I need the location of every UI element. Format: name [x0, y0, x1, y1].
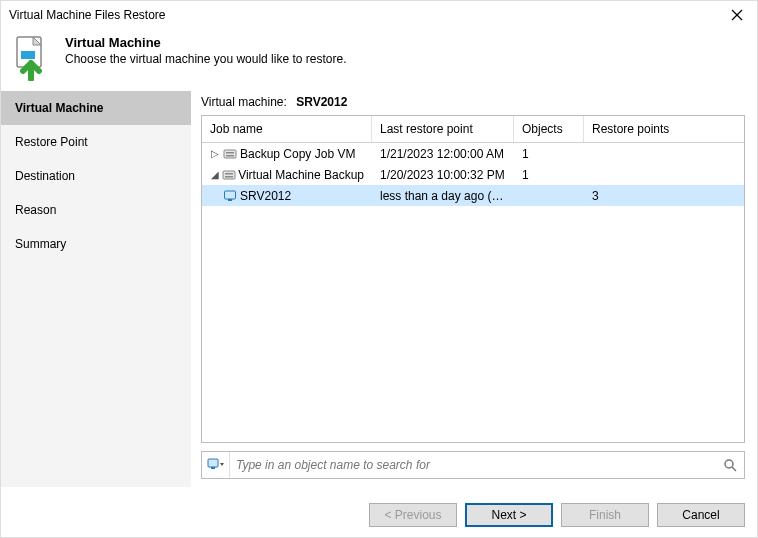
table-header: Job name Last restore point Objects Rest… [202, 116, 744, 143]
tree-toggle-expanded-icon[interactable]: ◢ [210, 169, 219, 180]
svg-rect-5 [224, 150, 236, 158]
close-button[interactable] [725, 3, 749, 27]
column-objects[interactable]: Objects [514, 116, 584, 142]
wizard-subtitle: Choose the virtual machine you would lik… [65, 52, 346, 66]
row-name: Virtual Machine Backup [238, 168, 364, 182]
row-objects: 1 [514, 168, 584, 182]
wizard-footer: < Previous Next > Finish Cancel [1, 493, 757, 537]
step-destination[interactable]: Destination [1, 159, 191, 193]
svg-rect-7 [226, 155, 234, 157]
svg-rect-6 [226, 152, 234, 154]
previous-button: < Previous [369, 503, 457, 527]
window-title: Virtual Machine Files Restore [9, 8, 725, 22]
row-objects: 1 [514, 147, 584, 161]
svg-point-15 [725, 460, 733, 468]
step-summary[interactable]: Summary [1, 227, 191, 261]
svg-rect-14 [211, 467, 215, 469]
column-last-restore-point[interactable]: Last restore point [372, 116, 514, 142]
svg-rect-11 [225, 191, 236, 199]
finish-button: Finish [561, 503, 649, 527]
tree-toggle-collapsed-icon[interactable]: ▷ [210, 148, 220, 159]
close-icon [731, 9, 743, 21]
next-button[interactable]: Next > [465, 503, 553, 527]
search-button[interactable] [716, 452, 744, 478]
vm-filter-icon [207, 458, 225, 472]
row-last-restore-point: 1/20/2023 10:00:32 PM [372, 168, 514, 182]
step-virtual-machine[interactable]: Virtual Machine [1, 91, 191, 125]
svg-rect-13 [208, 459, 218, 467]
vm-icon [222, 188, 238, 204]
svg-line-16 [732, 467, 736, 471]
search-input[interactable] [230, 458, 716, 472]
svg-rect-9 [225, 173, 233, 175]
wizard-header-icon [9, 33, 57, 81]
backup-job-icon [221, 167, 236, 183]
row-restore-points: 3 [584, 189, 744, 203]
search-bar [201, 451, 745, 479]
svg-rect-8 [223, 171, 235, 179]
search-icon [723, 458, 737, 472]
backup-job-icon [222, 146, 238, 162]
svg-rect-12 [228, 199, 232, 201]
wizard-heading: Virtual Machine [65, 35, 346, 50]
vm-label: Virtual machine: [201, 95, 287, 109]
column-job-name[interactable]: Job name [202, 116, 372, 142]
vm-table: Job name Last restore point Objects Rest… [201, 115, 745, 443]
row-name: SRV2012 [240, 189, 291, 203]
svg-rect-10 [225, 176, 233, 178]
table-row[interactable]: ◢ Virtual Machine Backup 1/20/2023 10:00… [202, 164, 744, 185]
column-restore-points[interactable]: Restore points [584, 116, 744, 142]
row-last-restore-point: 1/21/2023 12:00:00 AM [372, 147, 514, 161]
row-last-restore-point: less than a day ago (1... [372, 189, 514, 203]
vm-value: SRV2012 [296, 95, 347, 109]
table-row[interactable]: ▷ Backup Copy Job VM 1/21/2023 12:00:00 … [202, 143, 744, 164]
wizard-steps-sidebar: Virtual Machine Restore Point Destinatio… [1, 91, 191, 487]
step-reason[interactable]: Reason [1, 193, 191, 227]
svg-rect-4 [21, 51, 35, 59]
step-restore-point[interactable]: Restore Point [1, 125, 191, 159]
cancel-button[interactable]: Cancel [657, 503, 745, 527]
search-type-dropdown[interactable] [202, 452, 230, 478]
wizard-header: Virtual Machine Choose the virtual machi… [1, 29, 757, 91]
row-name: Backup Copy Job VM [240, 147, 355, 161]
table-row[interactable]: SRV2012 less than a day ago (1... 3 [202, 185, 744, 206]
